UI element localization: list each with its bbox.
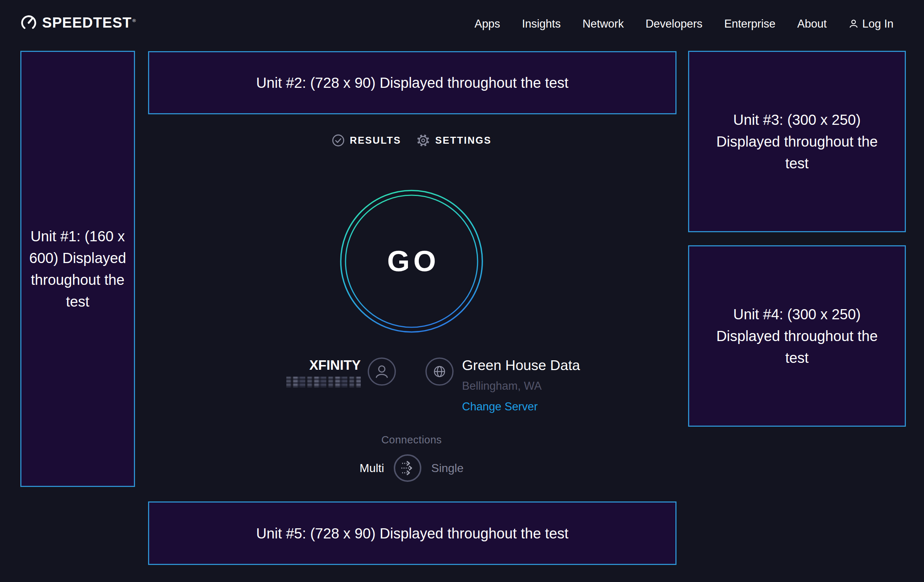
connections-multi-label[interactable]: Multi <box>360 462 384 475</box>
change-server-link[interactable]: Change Server <box>462 400 538 413</box>
nav-item-enterprise[interactable]: Enterprise <box>724 17 775 30</box>
isp-name: XFINITY <box>309 357 361 374</box>
go-button[interactable]: GO <box>339 189 484 333</box>
test-panel: RESULTS SETTINGS <box>135 0 688 582</box>
speedometer-icon <box>20 14 37 31</box>
isp-info: XFINITY <box>286 357 361 387</box>
ad-unit-3[interactable]: Unit #3: (300 x 250) Displayed throughou… <box>688 51 906 232</box>
logo-text: SPEEDTEST® <box>42 15 136 31</box>
server-location: Bellingham, WA <box>462 379 541 392</box>
server-info: Green House Data Bellingham, WA Change S… <box>462 357 580 413</box>
nav-item-about[interactable]: About <box>797 17 827 30</box>
tab-results-label: RESULTS <box>350 135 401 146</box>
globe-icon <box>425 357 454 386</box>
login-button[interactable]: Log In <box>848 17 894 30</box>
ad-unit-4[interactable]: Unit #4: (300 x 250) Displayed throughou… <box>688 245 906 427</box>
sponsor-row: XFINITY <box>135 357 688 435</box>
ad-unit-4-text: Unit #4: (300 x 250) Displayed throughou… <box>711 303 883 369</box>
tab-results[interactable]: RESULTS <box>332 134 401 147</box>
isp-user-icon <box>367 357 396 386</box>
connections-section: Connections Multi Single <box>135 434 688 482</box>
server-name: Green House Data <box>462 357 580 374</box>
go-label: GO <box>339 189 484 333</box>
connections-toggle-row: Multi Single <box>135 454 688 482</box>
gear-icon <box>416 134 430 147</box>
check-circle-icon <box>332 134 345 147</box>
ad-unit-1-text: Unit #1: (160 x 600) Displayed throughou… <box>28 225 127 312</box>
speedtest-logo[interactable]: SPEEDTEST® <box>20 14 136 31</box>
isp-block: XFINITY <box>286 357 396 387</box>
ad-unit-3-text: Unit #3: (300 x 250) Displayed throughou… <box>711 109 883 174</box>
server-block: Green House Data Bellingham, WA Change S… <box>425 357 580 413</box>
connections-label: Connections <box>135 434 688 446</box>
connection-mode-toggle[interactable] <box>393 454 422 482</box>
ad-unit-1[interactable]: Unit #1: (160 x 600) Displayed throughou… <box>20 51 135 487</box>
tab-settings-label: SETTINGS <box>435 135 492 146</box>
multi-arrows-icon <box>393 454 422 482</box>
login-label: Log In <box>862 17 894 30</box>
speedtest-page: SPEEDTEST® Apps Insights Network Develop… <box>0 0 924 582</box>
tabs-row: RESULTS SETTINGS <box>135 134 688 147</box>
user-icon <box>848 19 859 29</box>
redacted-ip <box>286 377 361 387</box>
tab-settings[interactable]: SETTINGS <box>416 134 492 147</box>
connections-single-label[interactable]: Single <box>431 462 464 475</box>
